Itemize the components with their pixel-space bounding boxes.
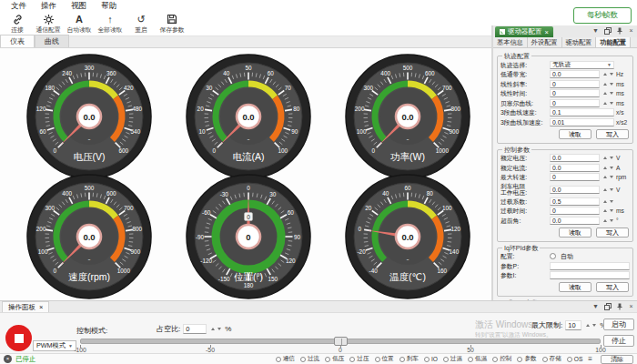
spin-down-icon[interactable]: [610, 157, 613, 159]
status-indicator[interactable]: 过流: [300, 355, 319, 363]
spin-down-icon[interactable]: [610, 200, 613, 203]
spin-up-icon[interactable]: [603, 176, 607, 178]
close-icon[interactable]: ×: [627, 26, 635, 35]
read-button[interactable]: 读取: [559, 228, 592, 238]
param-input[interactable]: 0.1: [550, 108, 614, 116]
clear-button[interactable]: 清除: [601, 355, 633, 364]
write-button[interactable]: 写入: [596, 228, 629, 238]
spin-up-icon[interactable]: [603, 188, 607, 191]
spin-down-icon[interactable]: [217, 328, 221, 330]
read-button[interactable]: 读取: [559, 282, 592, 292]
spin-down-icon[interactable]: [592, 324, 596, 327]
spin-up-icon[interactable]: [603, 219, 607, 222]
duty-cycle-slider[interactable]: -100-50050100: [80, 335, 601, 352]
spin-down-icon[interactable]: [610, 92, 613, 95]
spin-up-icon[interactable]: [603, 102, 607, 105]
param-input[interactable]: [550, 262, 630, 270]
list-icon[interactable]: ≡: [586, 355, 594, 363]
panel-tab-close-icon[interactable]: ×: [545, 28, 549, 36]
status-indicator[interactable]: 位置: [375, 355, 394, 363]
comm-config-button[interactable]: 通信配置: [33, 14, 64, 35]
param-input[interactable]: 0.0: [550, 164, 600, 172]
start-button[interactable]: 启动: [603, 318, 634, 330]
panel-tab-driver-config[interactable]: 驱动器配置 ×: [495, 26, 553, 37]
spin-down-icon[interactable]: [610, 209, 613, 212]
status-indicator[interactable]: 控制: [492, 355, 511, 363]
max-limit-field[interactable]: 10: [565, 320, 581, 330]
status-indicator[interactable]: 通信: [276, 355, 295, 363]
fps-button[interactable]: 每秒帧数: [573, 7, 632, 24]
spin-down-icon[interactable]: [610, 102, 613, 105]
panel-tab-peripheral-config[interactable]: 外设配置: [528, 37, 562, 47]
auto-read-button[interactable]: A自动读取: [64, 14, 95, 35]
param-input[interactable]: 0: [550, 207, 600, 215]
spin-up-icon[interactable]: [603, 167, 607, 169]
emergency-stop-button[interactable]: [5, 325, 32, 351]
status-indicator[interactable]: 过压: [349, 355, 369, 363]
param-input[interactable]: 0.0: [550, 186, 600, 194]
control-mode-select[interactable]: PWM模式 ▼: [33, 340, 76, 351]
status-indicator[interactable]: 参数: [517, 355, 536, 363]
pin-icon[interactable]: [615, 302, 623, 310]
panel-tab-function-config[interactable]: 功能配置: [596, 37, 631, 47]
float-window-icon[interactable]: [603, 302, 612, 310]
status-indicator[interactable]: IO: [424, 356, 438, 362]
connect-button[interactable]: 连接: [2, 14, 33, 35]
status-indicator[interactable]: 刹车: [399, 355, 419, 363]
status-indicator[interactable]: 低温: [468, 355, 487, 363]
float-window-icon[interactable]: [603, 26, 612, 35]
status-indicator[interactable]: 存储: [542, 355, 561, 363]
spin-down-icon[interactable]: [610, 188, 613, 191]
param-input[interactable]: 0: [550, 80, 600, 88]
menu-item-operation[interactable]: 操作: [34, 1, 64, 12]
spin-up-icon[interactable]: [603, 92, 607, 95]
status-indicator[interactable]: 低压: [325, 355, 344, 363]
param-input[interactable]: [550, 271, 630, 279]
write-button[interactable]: 写入: [596, 129, 629, 139]
tab-gauges[interactable]: 仪表: [0, 35, 35, 47]
spin-down-icon[interactable]: [610, 176, 613, 178]
menu-item-file[interactable]: 文件: [4, 1, 34, 12]
operation-panel-tab[interactable]: 操作面板 ×: [2, 301, 49, 312]
param-input[interactable]: 0.0: [550, 154, 600, 162]
duty-cycle-field[interactable]: 0: [183, 324, 207, 334]
spin-down-icon[interactable]: [610, 167, 613, 169]
spin-up-icon[interactable]: [211, 328, 215, 330]
pin-icon[interactable]: [615, 26, 623, 35]
dropdown-icon[interactable]: ▼: [592, 302, 600, 310]
dropdown-icon[interactable]: ▼: [592, 26, 600, 35]
restart-button[interactable]: ↺重启: [126, 14, 157, 35]
spin-up-icon[interactable]: [603, 209, 607, 212]
stop-button[interactable]: 停止: [603, 335, 634, 347]
write-button[interactable]: 写入: [596, 282, 629, 292]
param-input[interactable]: 0: [550, 173, 600, 181]
spin-up-icon[interactable]: [603, 157, 607, 159]
spin-up-icon[interactable]: [586, 324, 590, 327]
panel-tab-drive-config[interactable]: 驱动配置: [562, 37, 597, 47]
spin-down-icon[interactable]: [610, 73, 613, 76]
menu-item-view[interactable]: 视图: [64, 1, 94, 12]
param-input[interactable]: 0.0: [550, 217, 600, 225]
param-input[interactable]: 0.01: [550, 118, 614, 126]
read-button[interactable]: 读取: [559, 129, 592, 139]
save-params-button[interactable]: 保存参数: [157, 14, 187, 35]
close-icon[interactable]: ×: [627, 302, 635, 310]
spin-down-icon[interactable]: [610, 219, 613, 222]
status-indicator[interactable]: 过温: [443, 355, 462, 363]
read-all-button[interactable]: ↑全部读取: [95, 14, 126, 35]
param-input[interactable]: 0: [550, 99, 600, 107]
param-input[interactable]: 0.0: [550, 70, 600, 78]
status-indicator[interactable]: OS: [567, 356, 583, 362]
menu-item-help[interactable]: 帮助: [94, 1, 124, 12]
panel-tab-basic-info[interactable]: 基本信息: [493, 37, 528, 47]
param-input[interactable]: 0: [550, 89, 600, 97]
spin-up-icon[interactable]: [603, 200, 607, 203]
spin-up-icon[interactable]: [603, 73, 607, 76]
operation-panel-close-icon[interactable]: ×: [39, 303, 43, 311]
spin-down-icon[interactable]: [610, 83, 613, 86]
auto-checkbox[interactable]: [550, 253, 556, 259]
tab-curves[interactable]: 曲线: [35, 35, 69, 47]
param-combobox[interactable]: 无轨迹▼: [550, 61, 614, 69]
param-input[interactable]: 0.5: [550, 197, 600, 206]
spin-up-icon[interactable]: [603, 83, 607, 86]
